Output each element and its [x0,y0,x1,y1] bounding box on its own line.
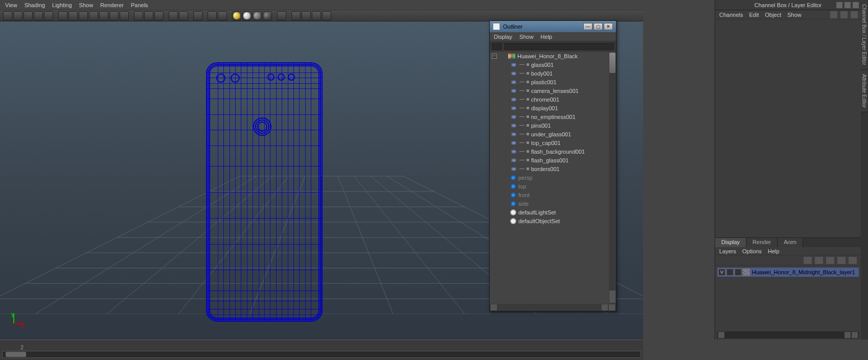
menu-show[interactable]: Show [79,2,94,8]
outliner-item[interactable]: borders001 [490,164,609,173]
panel-maximize-icon[interactable] [844,2,851,8]
tool-wireframe-icon[interactable] [134,11,143,20]
scroll-up-icon[interactable] [609,291,615,297]
scroll-left-icon[interactable] [491,304,497,310]
layer-menu-help[interactable]: Help [768,248,780,254]
speed-icon[interactable] [840,11,848,18]
scroll-down-icon[interactable] [609,297,615,303]
cb-menu-channels[interactable]: Channels [719,12,743,18]
outliner-item[interactable]: pins001 [490,121,609,130]
tool-xray-icon[interactable] [208,11,217,20]
outliner-set[interactable]: defaultObjectSet [490,217,609,225]
tool-anti-alias-icon[interactable] [322,11,331,20]
panel-undock-icon[interactable] [836,2,842,8]
timeline[interactable]: 2 [0,340,643,360]
menu-renderer[interactable]: Renderer [100,2,124,8]
outliner-root-row[interactable]: − Huawei_Honor_8_Black [490,52,609,60]
layer-visibility-toggle[interactable]: V [718,269,725,276]
layer-tab-anim[interactable]: Anim [778,238,803,247]
tool-depth-of-field-icon[interactable] [302,11,311,20]
layer-new-selected-icon[interactable] [815,257,823,264]
layer-move-down-icon[interactable] [837,257,846,264]
shading-ball-2-icon[interactable] [242,11,252,20]
tool-textured-icon[interactable] [154,11,164,20]
menu-shading[interactable]: Shading [25,2,45,8]
outliner-item[interactable]: camera_lenses001 [490,86,609,95]
menu-panels[interactable]: Panels [131,2,148,8]
layer-menu-layers[interactable]: Layers [719,248,736,254]
outliner-item[interactable]: no_emptiness001 [490,112,609,121]
outliner-camera[interactable]: front [490,190,609,199]
menu-view[interactable]: View [5,2,17,8]
tool-bookmark-icon[interactable] [13,11,22,20]
scroll-left-icon[interactable] [718,332,724,338]
outliner-item[interactable]: under_glass001 [490,130,609,138]
hyper-icon[interactable] [851,11,858,18]
tool-shadows-icon[interactable] [179,11,188,20]
search-icon[interactable] [492,43,502,50]
tool-xray-joints-icon[interactable] [218,11,227,20]
timeline-knob[interactable] [6,352,26,357]
outliner-menu-help[interactable]: Help [541,34,553,40]
scroll-right-end-icon[interactable] [852,332,858,338]
minimize-icon[interactable]: — [583,23,592,30]
layer-tab-render[interactable]: Render [746,238,778,247]
shading-ball-3-icon[interactable] [253,11,262,20]
outliner-camera[interactable]: top [490,182,609,190]
layer-scrollbar[interactable] [717,331,859,339]
outliner-menu-display[interactable]: Display [494,34,512,40]
tool-isolate-select-icon[interactable] [193,11,202,20]
tool-film-gate-icon[interactable] [68,11,78,20]
outliner-camera[interactable]: side [490,199,609,208]
outliner-item[interactable]: flash_background001 [490,147,609,156]
side-tab-channel-box[interactable]: Channel Box / Layer Editor [861,0,867,70]
cb-menu-show[interactable]: Show [787,12,802,18]
tool-grid-icon[interactable] [58,11,67,20]
close-icon[interactable]: ✕ [604,23,613,30]
tool-image-plane-icon[interactable] [24,11,33,20]
layer-sort-icon[interactable] [849,257,857,264]
panel-close-icon[interactable] [853,2,859,8]
outliner-set[interactable]: defaultLightSet [490,208,609,217]
tool-motion-blur-icon[interactable] [291,11,301,20]
expand-icon[interactable]: − [492,54,497,59]
tool-resolution-gate-icon[interactable] [79,11,88,20]
menu-lighting[interactable]: Lighting [52,2,72,8]
side-tab-attribute-editor[interactable]: Attribute Editor [861,70,867,112]
timeline-slider[interactable] [2,351,641,358]
outliner-item[interactable]: chrome001 [490,95,609,104]
outliner-item[interactable]: top_cap001 [490,138,609,147]
outliner-search-input[interactable] [504,43,614,50]
outliner-item[interactable]: flash_glass001 [490,156,609,164]
layer-new-icon[interactable] [804,257,812,264]
manip-icon[interactable] [830,11,837,18]
outliner-tree[interactable]: − Huawei_Honor_8_Black glass001body001pl… [490,52,609,304]
tool-exposure-icon[interactable] [277,11,286,20]
layer-menu-options[interactable]: Options [742,248,762,254]
tool-field-chart-icon[interactable] [99,11,108,20]
layer-display-type-toggle[interactable] [735,269,742,276]
scroll-right-end-icon[interactable] [609,304,615,310]
outliner-item[interactable]: body001 [490,69,609,78]
layer-tab-display[interactable]: Display [715,238,746,247]
outliner-scrollbar-horizontal[interactable] [490,304,616,311]
scrollbar-thumb[interactable] [609,53,615,73]
layer-move-up-icon[interactable] [826,257,834,264]
tool-2d-pan-icon[interactable] [34,11,43,20]
outliner-window[interactable]: Outliner — ▢ ✕ Display Show Help − Huawe… [489,20,616,311]
tool-smooth-shade-icon[interactable] [144,11,153,20]
maximize-icon[interactable]: ▢ [593,23,603,30]
tool-safe-action-icon[interactable] [109,11,119,20]
layer-color-swatch[interactable] [743,269,750,276]
layer-row[interactable]: V Huawei_Honor_8_Midnight_Black_layer1 [717,268,859,277]
shading-ball-4-icon[interactable] [263,11,272,20]
layer-playback-toggle[interactable] [726,269,734,276]
outliner-scrollbar-vertical[interactable] [609,52,616,304]
tool-select-camera-icon[interactable] [3,11,12,20]
tool-screen-space-ao-icon[interactable] [312,11,321,20]
tool-use-all-lights-icon[interactable] [169,11,178,20]
outliner-item[interactable]: display001 [490,104,609,112]
outliner-titlebar[interactable]: Outliner — ▢ ✕ [490,21,616,32]
scroll-right-icon[interactable] [602,304,608,310]
cb-menu-edit[interactable]: Edit [749,12,759,18]
